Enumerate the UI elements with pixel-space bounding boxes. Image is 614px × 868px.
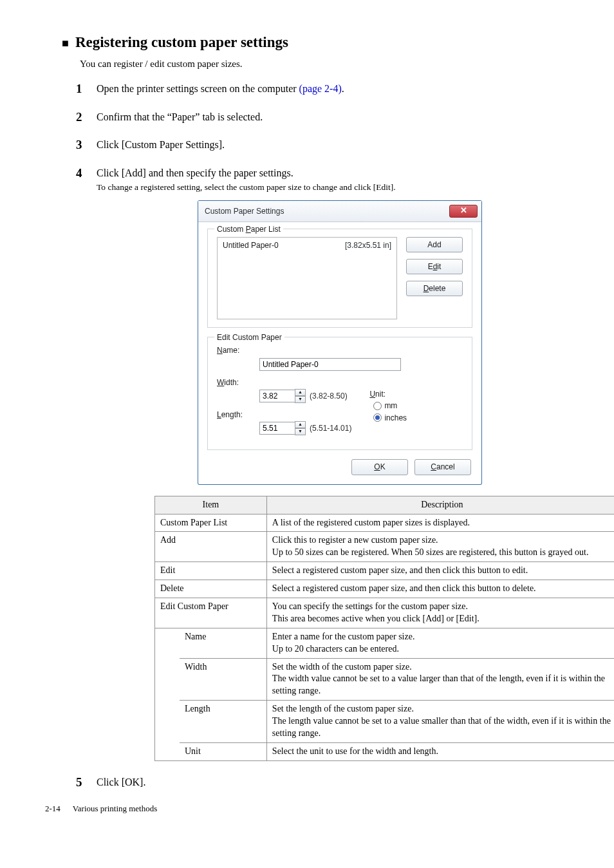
radio-icon xyxy=(373,402,382,410)
width-input[interactable] xyxy=(259,390,295,402)
step-5: 5 Click [OK]. xyxy=(76,775,569,789)
table-row: Unit Select the unit to use for the widt… xyxy=(155,742,615,760)
table-row: Add Click this to register a new custom … xyxy=(155,532,615,562)
heading-bullet: ■ xyxy=(62,35,69,51)
desc-cell: Set the length of the custom paper size.… xyxy=(266,701,614,743)
length-post: ength: xyxy=(221,410,243,419)
ok-post: K xyxy=(380,462,386,471)
step-1: 1 Open the printer settings screen on th… xyxy=(76,82,569,96)
desc-cell: Select the unit to use for the width and… xyxy=(266,742,614,760)
width-range: (3.82-8.50) xyxy=(310,391,348,401)
item-cell: Delete xyxy=(155,580,267,598)
col-desc: Description xyxy=(266,496,614,514)
delete-post: elete xyxy=(429,284,445,293)
step-3-text: Click [Custom Paper Settings]. xyxy=(97,139,225,150)
table-row: Edit Custom Paper You can specify the se… xyxy=(155,598,615,628)
spin-down-icon[interactable]: ▼ xyxy=(295,396,306,403)
item-cell: Length xyxy=(180,701,266,743)
delete-button[interactable]: Delete xyxy=(406,281,463,296)
step-number: 1 xyxy=(76,80,82,97)
edit-custom-paper-group: Edit Custom Paper Name: Width: xyxy=(207,337,472,451)
heading-text: Registering custom paper settings xyxy=(75,32,288,52)
item-cell: Width xyxy=(180,658,266,701)
width-spinner[interactable]: ▲▼ xyxy=(259,389,306,403)
item-cell: Edit xyxy=(155,562,267,580)
spin-down-icon[interactable]: ▼ xyxy=(295,428,306,435)
add-button[interactable]: Add xyxy=(406,237,463,252)
step-5-text: Click [OK]. xyxy=(97,777,145,788)
page-ref-link[interactable]: (page 2-4) xyxy=(299,83,342,94)
desc-cell: You can specify the settings for the cus… xyxy=(266,598,614,628)
step-number: 5 xyxy=(76,774,82,791)
length-input[interactable] xyxy=(259,422,295,435)
close-button[interactable]: ✕ xyxy=(449,205,478,218)
footer-section: Various printing methods xyxy=(73,804,157,813)
desc-cell: A list of the registered custom paper si… xyxy=(266,514,614,532)
col-item: Item xyxy=(155,496,267,514)
cancel-post: ancel xyxy=(436,462,455,471)
cancel-accel: C xyxy=(431,462,436,471)
table-header-row: Item Description xyxy=(155,496,615,514)
item-cell: Custom Paper List xyxy=(155,514,267,532)
group-title-2: Edit Custom Paper xyxy=(214,332,284,343)
description-table: Item Description Custom Paper List A lis… xyxy=(154,496,614,761)
section-heading: ■ Registering custom paper settings xyxy=(62,32,569,52)
length-range: (5.51-14.01) xyxy=(310,423,351,433)
dialog-titlebar: Custom Paper Settings ✕ xyxy=(198,201,481,222)
item-cell: Name xyxy=(180,628,266,658)
ok-button[interactable]: OK xyxy=(351,459,408,475)
length-spinner[interactable]: ▲▼ xyxy=(259,421,306,435)
spin-up-icon[interactable]: ▲ xyxy=(295,421,306,428)
ok-accel: O xyxy=(374,462,380,471)
step-1-text-a: Open the printer settings screen on the … xyxy=(97,83,299,94)
intro-text: You can register / edit custom paper siz… xyxy=(80,57,569,70)
desc-cell: Enter a name for the custom paper size. … xyxy=(266,628,614,658)
desc-cell: Select a registered custom paper size, a… xyxy=(266,562,614,580)
item-cell: Unit xyxy=(180,742,266,760)
edit-button[interactable]: Edit xyxy=(406,259,463,274)
custom-paper-list-group: Custom Paper List Untitled Paper-0 [3.82… xyxy=(207,229,472,328)
list-item-size: [3.82x5.51 in] xyxy=(345,240,391,316)
item-cell: Add xyxy=(155,532,267,562)
table-row: Custom Paper List A list of the register… xyxy=(155,514,615,532)
table-row: Delete Select a registered custom paper … xyxy=(155,580,615,598)
edit-post: it xyxy=(437,262,441,271)
unit-post: nit: xyxy=(375,390,386,399)
step-number: 4 xyxy=(76,165,82,182)
name-input[interactable] xyxy=(259,358,401,371)
unit-accel: U xyxy=(369,390,375,399)
step-1-text-b: . xyxy=(342,83,344,94)
list-item-name: Untitled Paper-0 xyxy=(223,240,279,316)
name-label: Name: xyxy=(217,345,259,355)
unit-mm-radio[interactable]: mm xyxy=(373,401,407,411)
table-row: Width Set the width of the custom paper … xyxy=(155,658,615,701)
step-2-text: Confirm that the “Paper” tab is selected… xyxy=(97,111,263,122)
paper-listbox[interactable]: Untitled Paper-0 [3.82x5.51 in] xyxy=(217,237,397,319)
cancel-button[interactable]: Cancel xyxy=(414,459,471,475)
desc-cell: Set the width of the custom paper size. … xyxy=(266,658,614,701)
item-cell: Edit Custom Paper xyxy=(155,598,267,628)
desc-cell: Click this to register a new custom pape… xyxy=(266,532,614,562)
table-row: Length Set the length of the custom pape… xyxy=(155,701,615,743)
width-label: Width: xyxy=(217,377,259,388)
width-post: idth: xyxy=(224,378,239,387)
step-4-sub: To change a registered setting, select t… xyxy=(97,182,569,193)
custom-paper-settings-dialog: Custom Paper Settings ✕ Custom Paper Lis… xyxy=(198,201,481,484)
unit-mm-label: mm xyxy=(384,401,397,411)
length-accel: L xyxy=(217,410,221,419)
unit-label: Unit: xyxy=(369,389,407,399)
length-label: Length: xyxy=(217,410,259,420)
indent-cell xyxy=(155,628,180,760)
name-accel: N xyxy=(217,346,223,355)
unit-inches-radio[interactable]: inches xyxy=(373,413,407,423)
name-post: ame: xyxy=(223,346,240,355)
page-number: 2-14 xyxy=(45,803,60,815)
edit-pre: E xyxy=(428,262,433,271)
width-accel: W xyxy=(217,378,224,387)
table-row: Edit Select a registered custom paper si… xyxy=(155,562,615,580)
step-3: 3 Click [Custom Paper Settings]. xyxy=(76,138,569,152)
spin-up-icon[interactable]: ▲ xyxy=(295,389,306,396)
group-title-1: Custom Paper List xyxy=(217,225,281,234)
unit-inches-label: inches xyxy=(384,413,407,423)
step-2: 2 Confirm that the “Paper” tab is select… xyxy=(76,110,569,124)
